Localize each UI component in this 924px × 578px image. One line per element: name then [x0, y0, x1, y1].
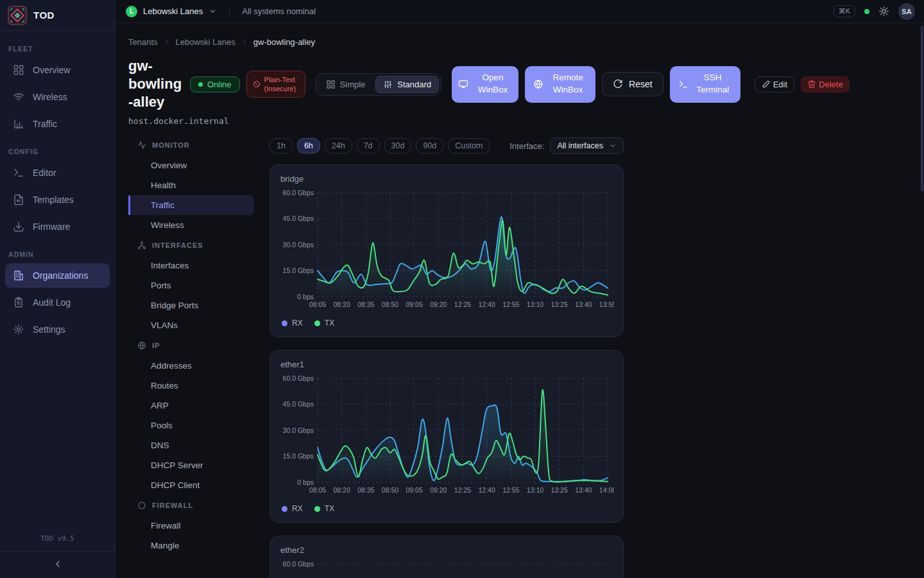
subnav-item-addresses[interactable]: Addresses: [128, 356, 254, 376]
ssh-terminal-label: SSH Terminal: [694, 72, 732, 96]
sidebar-item-organizations[interactable]: Organizations: [5, 263, 110, 288]
sidebar-collapse-button[interactable]: [46, 557, 69, 570]
range-6h-button[interactable]: 6h: [297, 138, 320, 153]
theme-toggle-button[interactable]: [878, 6, 889, 17]
sidebar-section-label-fleet: FLEET: [0, 39, 115, 58]
subnav-item-routes[interactable]: Routes: [128, 376, 254, 396]
main-area: L Lebowski Lanes All systems nominal ⌘K …: [116, 0, 924, 578]
delete-button[interactable]: Delete: [801, 76, 850, 92]
subnav-section-label: IP: [152, 342, 160, 349]
y-axis-label: 45.0 Gbps: [283, 400, 314, 408]
subnav-item-traffic[interactable]: Traffic: [128, 195, 254, 215]
chevron-right-icon: [163, 39, 171, 46]
subnav-item-mangle[interactable]: Mangle: [128, 536, 254, 556]
subnav-section-firewall: FIREWALL: [128, 495, 254, 516]
range-24h-button[interactable]: 24h: [325, 138, 352, 153]
x-axis-label: 12:55: [502, 486, 519, 494]
x-axis-label: 12:40: [479, 301, 495, 308]
x-axis-label: 09:20: [430, 301, 447, 308]
subnav-item-bridge-ports[interactable]: Bridge Ports: [128, 295, 254, 315]
subnav-item-ports[interactable]: Ports: [128, 276, 254, 295]
subnav-item-vlans[interactable]: VLANs: [128, 315, 254, 335]
legend-label: RX: [292, 319, 303, 328]
remote-winbox-button[interactable]: Remote WinBox: [525, 66, 595, 103]
chart-legend: RXTX: [280, 504, 613, 513]
subnav-item-firewall[interactable]: Firewall: [128, 516, 254, 536]
range-custom-button[interactable]: Custom: [448, 138, 490, 153]
trash-icon: [807, 80, 816, 89]
open-winbox-label: Open WinBox: [474, 72, 512, 96]
topbar: L Lebowski Lanes All systems nominal ⌘K …: [116, 0, 924, 23]
chart-title: bridge: [280, 174, 613, 184]
reset-button[interactable]: Reset: [602, 72, 663, 96]
x-axis-label: 13:40: [575, 301, 592, 308]
x-axis-label: 12:25: [454, 486, 471, 494]
subnav-item-overview[interactable]: Overview: [128, 155, 254, 175]
subnav-item-arp[interactable]: ARP: [128, 396, 254, 416]
subnav-item-interfaces[interactable]: Interfaces: [128, 256, 254, 276]
sidebar-item-editor[interactable]: Editor: [5, 161, 110, 185]
ether1-chart: 0 bps15.0 Gbps30.0 Gbps45.0 Gbps60.0 Gbp…: [280, 372, 614, 500]
x-axis-label: 12:25: [454, 301, 471, 308]
file-icon: [13, 194, 24, 206]
sidebar-section-label-admin: ADMIN: [0, 244, 115, 263]
simple-view-button[interactable]: Simple: [318, 76, 373, 93]
tenant-switcher[interactable]: L Lebowski Lanes: [126, 6, 217, 17]
health-status-dot: [864, 9, 869, 14]
vertical-scrollbar-thumb[interactable]: [921, 26, 923, 191]
x-axis-label: 13:25: [551, 301, 568, 308]
chevron-left-icon: [53, 559, 63, 569]
ether2-chart: 0 bps15.0 Gbps30.0 Gbps45.0 Gbps60.0 Gbp…: [280, 557, 614, 578]
sidebar-item-firmware[interactable]: Firmware: [5, 215, 110, 239]
sidebar-item-wireless[interactable]: Wireless: [5, 85, 110, 109]
sidebar-item-audit-log[interactable]: Audit Log: [5, 290, 110, 315]
sidebar-section-fleet: FLEET Overview Wireless Traffic: [0, 39, 115, 136]
edit-label: Edit: [773, 80, 787, 89]
sidebar-item-overview[interactable]: Overview: [5, 58, 110, 82]
interface-select[interactable]: All interfaces: [550, 137, 624, 154]
x-axis-label: 08:50: [382, 486, 398, 494]
sidebar-item-traffic[interactable]: Traffic: [5, 112, 110, 136]
sidebar-item-label: Overview: [33, 65, 70, 75]
open-winbox-button[interactable]: Open WinBox: [452, 66, 518, 103]
subnav-item-health[interactable]: Health: [128, 175, 254, 195]
user-avatar[interactable]: SA: [898, 3, 915, 20]
subnav-section-interfaces: INTERFACES: [128, 235, 254, 256]
breadcrumb-tenant-name[interactable]: Lebowski Lanes: [176, 37, 235, 47]
range-90d-button[interactable]: 90d: [416, 138, 443, 153]
sidebar-item-templates[interactable]: Templates: [5, 188, 110, 212]
subnav-item-dhcp-server[interactable]: DHCP Server: [128, 455, 254, 475]
breadcrumb-current: gw-bowling-alley: [253, 37, 315, 47]
sidebar-nav: FLEET Overview Wireless Traffic CONFIG: [0, 31, 115, 528]
subnav-item-wireless[interactable]: Wireless: [128, 215, 254, 235]
x-axis-label: 08:20: [334, 301, 350, 308]
subnav-item-dhcp-client[interactable]: DHCP Client: [128, 475, 254, 495]
ssh-terminal-button[interactable]: SSH Terminal: [670, 66, 740, 103]
legend-tx: TX: [314, 504, 334, 513]
monitor-icon: [458, 79, 468, 89]
wifi-icon: [13, 91, 24, 103]
sidebar-footer: TOD v9.5: [0, 528, 115, 578]
subnav-item-pools[interactable]: Pools: [128, 416, 254, 435]
breadcrumb-tenants[interactable]: Tenants: [128, 37, 158, 47]
globe-icon: [137, 341, 146, 350]
online-dot-icon: [198, 82, 203, 87]
sidebar-item-label: Templates: [33, 195, 74, 205]
refresh-icon: [613, 79, 623, 89]
range-7d-button[interactable]: 7d: [357, 138, 380, 153]
x-axis-label: 13:25: [551, 486, 568, 494]
command-palette-shortcut[interactable]: ⌘K: [834, 5, 855, 17]
standard-view-button[interactable]: Standard: [375, 76, 439, 93]
subnav-item-dns[interactable]: DNS: [128, 435, 254, 455]
tenant-avatar: L: [126, 6, 137, 17]
range-1h-button[interactable]: 1h: [270, 138, 293, 153]
y-axis-label: 15.0 Gbps: [283, 267, 314, 274]
app-name: TOD: [33, 10, 55, 21]
time-range-group: 1h 6h 24h 7d 30d 90d Custom: [270, 138, 490, 153]
sidebar-item-settings[interactable]: Settings: [5, 317, 110, 342]
page-title: gw-bowling-alley: [128, 57, 184, 111]
reset-label: Reset: [629, 79, 653, 89]
chart-card-bridge: bridge 0 bps15.0 Gbps30.0 Gbps45.0 Gbps6…: [270, 164, 624, 337]
range-30d-button[interactable]: 30d: [384, 138, 412, 153]
edit-button[interactable]: Edit: [755, 76, 794, 92]
